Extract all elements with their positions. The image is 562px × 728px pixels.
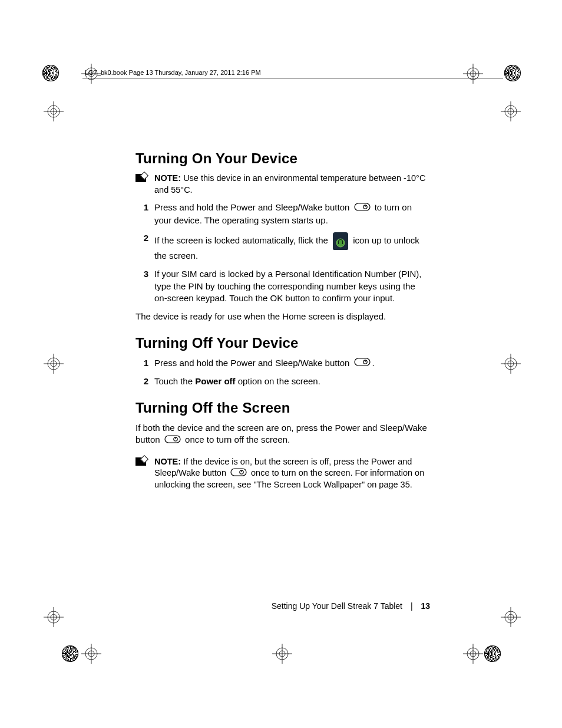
registration-mark-icon [463, 644, 483, 664]
power-off-bold: Power off [195, 376, 235, 386]
registration-mark-icon [501, 101, 521, 121]
list-item: 1 Press and hold the Power and Sleep/Wak… [135, 202, 430, 226]
step-text: Press and hold the Power and Sleep/Wake … [154, 202, 430, 226]
header-text: LG7_bk0.book Page 13 Thursday, January 2… [85, 69, 261, 76]
page-content: Turning On Your Device NOTE: Use this de… [135, 150, 430, 503]
crop-texture-icon [42, 65, 59, 81]
crop-texture-icon [62, 645, 78, 662]
steps-turning-off: 1 Press and hold the Power and Sleep/Wak… [135, 357, 430, 388]
step-text: If your SIM card is locked by a Personal… [154, 268, 430, 305]
page-footer: Setting Up Your Dell Streak 7 Tablet | 1… [135, 601, 430, 611]
list-item: 1 Press and hold the Power and Sleep/Wak… [135, 357, 430, 370]
heading-turning-on: Turning On Your Device [135, 150, 430, 167]
registration-mark-icon [44, 354, 64, 374]
heading-turning-off: Turning Off Your Device [135, 335, 430, 351]
note-label: NOTE: [154, 173, 181, 183]
heading-screen-off: Turning Off the Screen [135, 400, 430, 416]
footer-chapter: Setting Up Your Dell Streak 7 Tablet [272, 601, 402, 611]
section-turning-off: Turning Off Your Device 1 Press and hold… [135, 335, 430, 388]
note-text: NOTE: Use this device in an environmenta… [154, 173, 430, 196]
registration-mark-icon [81, 644, 101, 664]
crop-texture-icon [504, 65, 521, 81]
power-button-icon [230, 468, 247, 480]
registration-mark-icon [44, 101, 64, 121]
step-text: Press and hold the Power and Sleep/Wake … [154, 357, 430, 370]
power-button-icon [354, 357, 371, 370]
note-block: NOTE: If the device is on, but the scree… [135, 456, 430, 491]
registration-mark-icon [44, 607, 64, 627]
list-item: 2 If the screen is locked automatically,… [135, 232, 430, 262]
note-icon [135, 457, 146, 466]
paragraph: The device is ready for use when the Hom… [135, 311, 430, 323]
svg-rect-50 [165, 436, 180, 443]
note-label: NOTE: [154, 457, 181, 466]
step-number: 1 [135, 357, 154, 370]
step-number: 3 [135, 268, 154, 305]
note-icon [135, 174, 146, 182]
registration-mark-icon [501, 354, 521, 374]
paragraph: If both the device and the screen are on… [135, 422, 430, 447]
step-text: If the screen is locked automatically, f… [154, 232, 430, 262]
power-button-icon [354, 202, 371, 215]
note-text: NOTE: If the device is on, but the scree… [154, 456, 430, 491]
step-number: 2 [135, 232, 154, 262]
page-number: 13 [421, 601, 430, 611]
step-number: 1 [135, 202, 154, 226]
footer-separator: | [411, 601, 413, 611]
svg-rect-44 [355, 203, 370, 210]
note-block: NOTE: Use this device in an environmenta… [135, 173, 430, 196]
power-button-icon [164, 434, 181, 447]
list-item: 3 If your SIM card is locked by a Person… [135, 268, 430, 305]
section-screen-off: Turning Off the Screen If both the devic… [135, 400, 430, 491]
page-header-line: LG7_bk0.book Page 13 Thursday, January 2… [82, 69, 503, 78]
section-turning-on: Turning On Your Device NOTE: Use this de… [135, 150, 430, 323]
lock-icon [333, 232, 348, 250]
step-text: Touch the Power off option on the screen… [154, 375, 430, 388]
list-item: 2 Touch the Power off option on the scre… [135, 375, 430, 388]
svg-rect-53 [231, 469, 246, 476]
steps-turning-on: 1 Press and hold the Power and Sleep/Wak… [135, 202, 430, 305]
page: LG7_bk0.book Page 13 Thursday, January 2… [0, 0, 562, 728]
registration-mark-icon [272, 644, 292, 664]
svg-rect-47 [355, 358, 370, 365]
crop-texture-icon [484, 645, 501, 662]
registration-mark-icon [501, 607, 521, 627]
step-number: 2 [135, 375, 154, 388]
